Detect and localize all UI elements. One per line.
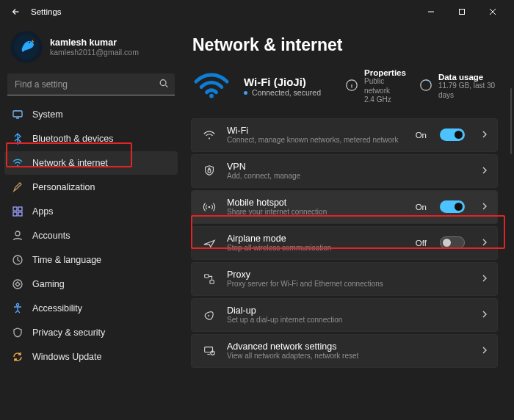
row-sub: Connect, manage known networks, metered … bbox=[227, 136, 405, 145]
sidebar-item-bluetooth[interactable]: Bluetooth & devices bbox=[4, 127, 178, 151]
svg-point-17 bbox=[209, 137, 210, 139]
sidebar-item-network[interactable]: Network & internet bbox=[4, 151, 178, 175]
row-title: Advanced network settings bbox=[227, 341, 471, 352]
close-button[interactable] bbox=[477, 1, 508, 22]
advanced-network-icon bbox=[202, 344, 217, 358]
proxy-icon bbox=[202, 272, 217, 286]
conn-state: Connected, secured bbox=[252, 88, 321, 97]
row-airplane[interactable]: Airplane modeStop all wireless communica… bbox=[191, 226, 498, 260]
sidebar-item-update[interactable]: Windows Update bbox=[4, 345, 178, 369]
row-title: Dial-up bbox=[227, 305, 471, 316]
shield-icon bbox=[12, 327, 23, 338]
sidebar-item-label: Accounts bbox=[32, 231, 70, 241]
maximize-button[interactable] bbox=[446, 1, 477, 22]
svg-rect-6 bbox=[13, 207, 17, 211]
search-icon bbox=[159, 79, 169, 91]
window-title: Settings bbox=[31, 7, 62, 16]
sidebar-item-accessibility[interactable]: Accessibility bbox=[4, 297, 178, 320]
row-sub: Proxy server for Wi-Fi and Ethernet conn… bbox=[227, 280, 471, 289]
connected-dot-icon bbox=[244, 91, 247, 95]
svg-point-2 bbox=[29, 42, 30, 43]
sidebar-item-label: Privacy & security bbox=[32, 327, 105, 338]
row-sub: Stop all wireless communication bbox=[227, 244, 405, 253]
row-sub: Share your internet connection bbox=[227, 208, 405, 217]
svg-point-19 bbox=[209, 206, 211, 208]
vpn-shield-icon bbox=[202, 164, 217, 178]
chevron-right-icon bbox=[481, 166, 488, 176]
row-sub: View all network adapters, network reset bbox=[227, 352, 471, 361]
wifi-icon bbox=[202, 128, 217, 142]
svg-point-13 bbox=[16, 303, 18, 305]
sidebar-item-label: Apps bbox=[32, 206, 54, 217]
back-button[interactable] bbox=[6, 1, 26, 22]
sidebar-item-label: Windows Update bbox=[32, 352, 102, 362]
scrollbar[interactable] bbox=[510, 88, 512, 154]
search-input[interactable] bbox=[7, 73, 175, 95]
row-proxy[interactable]: ProxyProxy server for Wi-Fi and Ethernet… bbox=[191, 262, 498, 296]
wifi-toggle[interactable] bbox=[440, 128, 465, 141]
row-title: Wi-Fi bbox=[227, 126, 405, 136]
update-icon bbox=[12, 351, 23, 363]
properties-button[interactable]: PropertiesPublic network 2.4 GHz bbox=[345, 68, 406, 105]
svg-rect-4 bbox=[13, 111, 22, 117]
chevron-right-icon bbox=[481, 202, 488, 212]
sidebar-item-accounts[interactable]: Accounts bbox=[4, 224, 178, 247]
chevron-right-icon bbox=[481, 274, 488, 284]
page-title: Network & internet bbox=[192, 35, 498, 55]
svg-rect-0 bbox=[460, 10, 465, 15]
data-usage-button[interactable]: Data usage11.79 GB, last 30 days bbox=[419, 73, 498, 100]
row-dialup[interactable]: Dial-upSet up a dial-up internet connect… bbox=[191, 298, 498, 332]
gaming-icon bbox=[12, 278, 23, 290]
svg-rect-20 bbox=[205, 274, 209, 278]
sidebar-item-label: Accessibility bbox=[32, 303, 82, 314]
person-icon bbox=[12, 230, 23, 242]
row-advanced[interactable]: Advanced network settingsView all networ… bbox=[191, 334, 498, 368]
svg-point-5 bbox=[17, 165, 18, 167]
hotspot-toggle[interactable] bbox=[440, 200, 465, 213]
airplane-icon bbox=[202, 236, 217, 250]
row-title: Airplane mode bbox=[227, 233, 405, 244]
sidebar-item-personalization[interactable]: Personalization bbox=[4, 175, 178, 199]
sidebar-item-label: System bbox=[32, 109, 63, 120]
row-vpn[interactable]: VPNAdd, connect, manage bbox=[191, 154, 498, 188]
chevron-right-icon bbox=[481, 238, 488, 248]
wifi-big-icon bbox=[192, 70, 231, 102]
apps-icon bbox=[12, 206, 23, 217]
avatar bbox=[10, 31, 43, 63]
row-state: On bbox=[416, 203, 427, 211]
status-main[interactable]: Wi-Fi (JioJi) Connected, secured bbox=[244, 76, 332, 97]
minimize-button[interactable] bbox=[416, 1, 446, 22]
svg-rect-18 bbox=[208, 170, 211, 173]
svg-point-3 bbox=[160, 80, 166, 86]
sidebar-item-label: Time & language bbox=[32, 255, 101, 265]
svg-rect-21 bbox=[210, 280, 214, 283]
svg-point-12 bbox=[13, 280, 22, 289]
usage-title: Data usage bbox=[438, 73, 498, 82]
status-row: Wi-Fi (JioJi) Connected, secured Propert… bbox=[191, 67, 498, 118]
row-wifi[interactable]: Wi-FiConnect, manage known networks, met… bbox=[191, 118, 498, 152]
nav: System Bluetooth & devices Network & int… bbox=[4, 103, 178, 369]
accessibility-icon bbox=[12, 303, 23, 314]
chevron-right-icon bbox=[481, 346, 488, 356]
clock-globe-icon bbox=[12, 254, 23, 266]
sidebar-item-label: Network & internet bbox=[32, 158, 108, 168]
wifi-icon bbox=[12, 157, 23, 169]
airplane-toggle[interactable] bbox=[440, 236, 465, 249]
sidebar-item-privacy[interactable]: Privacy & security bbox=[4, 321, 178, 344]
content: Network & internet Wi-Fi (JioJi) Connect… bbox=[182, 23, 514, 420]
sidebar-item-apps[interactable]: Apps bbox=[4, 200, 178, 223]
properties-title: Properties bbox=[364, 68, 406, 77]
sidebar-item-time[interactable]: Time & language bbox=[4, 248, 178, 272]
svg-rect-9 bbox=[18, 212, 22, 216]
usage-sub: 11.79 GB, last 30 days bbox=[438, 82, 498, 100]
sidebar-item-gaming[interactable]: Gaming bbox=[4, 272, 178, 296]
row-hotspot[interactable]: Mobile hotspotShare your internet connec… bbox=[191, 190, 498, 224]
row-state: Off bbox=[416, 239, 427, 247]
profile-block[interactable]: kamlesh kumar kamlesh2011@gmail.com bbox=[4, 28, 178, 73]
svg-point-14 bbox=[209, 94, 214, 98]
properties-sub: Public network 2.4 GHz bbox=[364, 77, 406, 105]
info-icon bbox=[345, 79, 358, 94]
sidebar-item-label: Personalization bbox=[32, 182, 95, 192]
sidebar-item-label: Gaming bbox=[32, 279, 65, 289]
sidebar-item-system[interactable]: System bbox=[4, 103, 178, 126]
